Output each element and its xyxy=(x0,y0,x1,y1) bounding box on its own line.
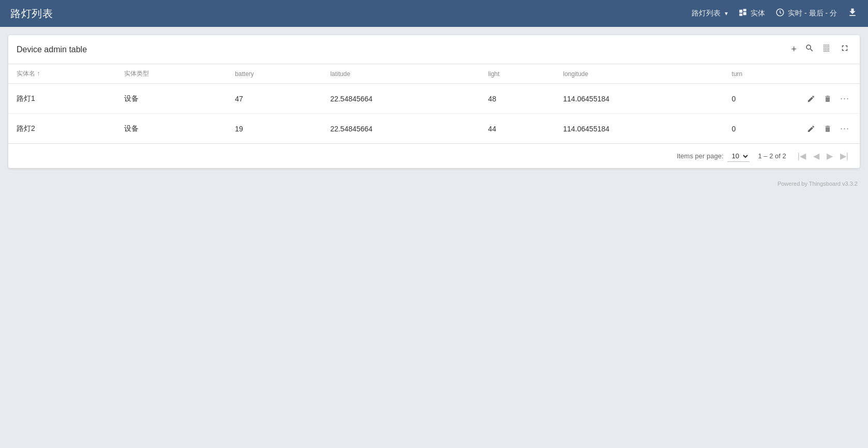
navbar-time-label: 实时 - 最后 - 分 xyxy=(788,9,837,18)
fullscreen-button[interactable] xyxy=(838,41,851,57)
delete-icon xyxy=(824,95,832,103)
col-header-longitude: longitude xyxy=(555,64,724,84)
col-header-type: 实体类型 xyxy=(116,64,227,84)
items-per-page-label: Items per page: xyxy=(677,152,723,160)
search-button[interactable] xyxy=(803,41,816,57)
header-row: 实体名 ↑ 实体类型 battery latitude light xyxy=(8,64,860,84)
first-page-icon: |◀ xyxy=(798,151,806,161)
cell-latitude: 22.54845664 xyxy=(322,84,480,114)
table-wrapper: 实体名 ↑ 实体类型 battery latitude light xyxy=(8,64,860,143)
card-footer: Items per page: 10 5 15 20 25 1 – 2 of 2… xyxy=(8,143,860,168)
download-icon xyxy=(847,7,858,20)
columns-button[interactable] xyxy=(820,41,834,57)
cell-longitude: 114.06455184 xyxy=(555,84,724,114)
edit-icon xyxy=(807,95,815,103)
navbar-right: 路灯列表 ▾ 实体 实时 - 最后 - 分 xyxy=(692,7,858,20)
navbar-entity-button[interactable]: 实体 xyxy=(738,8,765,20)
cell-name: 路灯2 xyxy=(8,114,116,144)
cell-light: 44 xyxy=(480,114,555,144)
page-footer: Powered by Thingsboard v3.3.2 xyxy=(0,176,868,191)
items-per-page-select[interactable]: 10 5 15 20 25 xyxy=(727,151,750,162)
next-page-button[interactable]: ▶ xyxy=(824,149,836,163)
add-button[interactable]: + xyxy=(789,42,799,57)
col-header-battery: battery xyxy=(227,64,322,84)
col-header-actions xyxy=(797,64,860,84)
table-header: 实体名 ↑ 实体类型 battery latitude light xyxy=(8,64,860,84)
col-header-turn: turn xyxy=(724,64,797,84)
cell-name: 路灯1 xyxy=(8,84,116,114)
more-button[interactable]: ··· xyxy=(838,91,851,106)
col-latitude-label: latitude xyxy=(330,70,350,78)
pagination-controls: |◀ ◀ ▶ ▶| xyxy=(795,149,851,163)
columns-icon xyxy=(822,43,832,55)
edit-button[interactable] xyxy=(805,123,817,135)
device-admin-card: Device admin table + xyxy=(8,35,860,168)
last-page-icon: ▶| xyxy=(840,151,848,161)
next-page-icon: ▶ xyxy=(827,151,833,161)
device-table: 实体名 ↑ 实体类型 battery latitude light xyxy=(8,64,860,143)
delete-button[interactable] xyxy=(821,123,834,135)
prev-page-button[interactable]: ◀ xyxy=(810,149,822,163)
navbar-entity-label: 实体 xyxy=(751,9,765,18)
powered-by-text: Powered by Thingsboard v3.3.2 xyxy=(777,181,858,187)
first-page-button[interactable]: |◀ xyxy=(795,149,809,163)
col-header-name[interactable]: 实体名 ↑ xyxy=(8,64,116,84)
table-row: 路灯1设备4722.5484566448114.064551840 ··· xyxy=(8,84,860,114)
fullscreen-icon xyxy=(840,43,849,55)
card-header: Device admin table + xyxy=(8,35,860,64)
navbar-download-button[interactable] xyxy=(847,7,858,20)
delete-button[interactable] xyxy=(821,93,834,105)
navbar-menu-button[interactable]: 路灯列表 ▾ xyxy=(692,9,728,18)
col-longitude-label: longitude xyxy=(563,70,589,78)
edit-icon xyxy=(807,125,815,133)
more-button[interactable]: ··· xyxy=(838,121,851,136)
col-battery-label: battery xyxy=(235,70,254,78)
col-header-light: light xyxy=(480,64,555,84)
cell-actions: ··· xyxy=(797,114,860,144)
items-per-page-control: Items per page: 10 5 15 20 25 xyxy=(677,151,750,162)
cell-battery: 47 xyxy=(227,84,322,114)
col-turn-label: turn xyxy=(732,70,743,78)
cell-turn: 0 xyxy=(724,84,797,114)
main-content: Device admin table + xyxy=(0,27,868,176)
clock-icon xyxy=(775,8,785,20)
more-icon: ··· xyxy=(840,123,849,134)
last-page-button[interactable]: ▶| xyxy=(837,149,851,163)
page-title: 路灯列表 xyxy=(10,7,53,21)
row-actions: ··· xyxy=(805,121,851,136)
col-header-latitude: latitude xyxy=(322,64,480,84)
navbar: 路灯列表 路灯列表 ▾ 实体 实时 - 最后 - 分 xyxy=(0,0,868,27)
navbar-menu-label: 路灯列表 xyxy=(692,9,721,18)
cell-latitude: 22.54845664 xyxy=(322,114,480,144)
cell-actions: ··· xyxy=(797,84,860,114)
table-body: 路灯1设备4722.5484566448114.064551840 ··· 路灯… xyxy=(8,84,860,144)
more-icon: ··· xyxy=(840,93,849,104)
col-name-label: 实体名 ↑ xyxy=(17,70,40,77)
prev-page-icon: ◀ xyxy=(813,151,819,161)
plus-icon: + xyxy=(791,44,797,55)
col-type-label: 实体类型 xyxy=(124,70,149,77)
card-title: Device admin table xyxy=(17,45,87,54)
delete-icon xyxy=(824,125,832,133)
cell-turn: 0 xyxy=(724,114,797,144)
navbar-time-button[interactable]: 实时 - 最后 - 分 xyxy=(775,8,837,20)
edit-button[interactable] xyxy=(805,93,817,105)
entity-icon xyxy=(738,8,747,20)
cell-battery: 19 xyxy=(227,114,322,144)
cell-type: 设备 xyxy=(116,84,227,114)
cell-light: 48 xyxy=(480,84,555,114)
search-icon xyxy=(805,43,814,55)
row-actions: ··· xyxy=(805,91,851,106)
card-actions: + xyxy=(789,41,851,57)
pagination-range: 1 – 2 of 2 xyxy=(758,152,786,160)
cell-longitude: 114.06455184 xyxy=(555,114,724,144)
col-light-label: light xyxy=(488,70,500,78)
table-row: 路灯2设备1922.5484566444114.064551840 ··· xyxy=(8,114,860,144)
chevron-down-icon: ▾ xyxy=(725,10,728,17)
cell-type: 设备 xyxy=(116,114,227,144)
